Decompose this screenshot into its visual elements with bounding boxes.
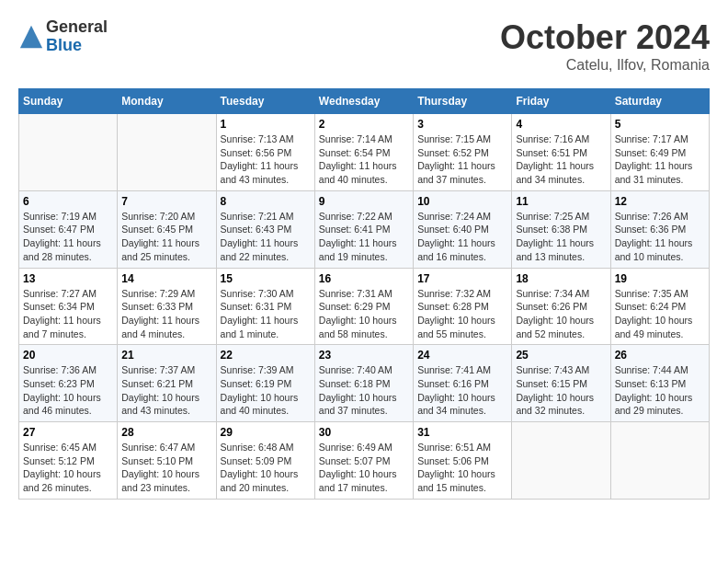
- calendar-cell: 30 Sunrise: 6:49 AM Sunset: 5:07 PM Dayl…: [314, 422, 413, 500]
- day-number: 27: [23, 426, 113, 439]
- day-number: 19: [615, 272, 705, 285]
- calendar-cell: 29 Sunrise: 6:48 AM Sunset: 5:09 PM Dayl…: [216, 422, 314, 500]
- sunrise-text: Sunrise: 7:30 AM: [221, 288, 294, 299]
- daylight-text: Daylight: 11 hours and 22 minutes.: [221, 237, 299, 262]
- day-number: 5: [615, 118, 705, 131]
- calendar-cell: 9 Sunrise: 7:22 AM Sunset: 6:41 PM Dayli…: [314, 190, 413, 268]
- sunrise-text: Sunrise: 7:34 AM: [516, 288, 589, 299]
- sunset-text: Sunset: 5:07 PM: [319, 455, 391, 466]
- daylight-text: Daylight: 10 hours and 17 minutes.: [319, 468, 397, 493]
- calendar-week-row: 13 Sunrise: 7:27 AM Sunset: 6:34 PM Dayl…: [19, 268, 710, 345]
- sunset-text: Sunset: 6:29 PM: [319, 301, 391, 312]
- sunrise-text: Sunrise: 7:14 AM: [319, 133, 392, 144]
- calendar-cell: 20 Sunrise: 7:36 AM Sunset: 6:23 PM Dayl…: [19, 345, 118, 422]
- sunset-text: Sunset: 6:51 PM: [516, 147, 587, 158]
- daylight-text: Daylight: 10 hours and 23 minutes.: [121, 468, 199, 493]
- logo-general-text: General: [46, 18, 108, 37]
- header-day-sunday: Sunday: [19, 89, 118, 114]
- day-content: Sunrise: 7:36 AM Sunset: 6:23 PM Dayligh…: [23, 363, 113, 418]
- calendar-week-row: 1 Sunrise: 7:13 AM Sunset: 6:56 PM Dayli…: [19, 114, 710, 191]
- daylight-text: Daylight: 11 hours and 34 minutes.: [516, 160, 594, 185]
- calendar-cell: 21 Sunrise: 7:37 AM Sunset: 6:21 PM Dayl…: [118, 345, 216, 422]
- sunset-text: Sunset: 6:21 PM: [121, 378, 193, 389]
- sunset-text: Sunset: 6:33 PM: [121, 301, 193, 312]
- sunrise-text: Sunrise: 7:29 AM: [121, 288, 195, 299]
- daylight-text: Daylight: 10 hours and 37 minutes.: [319, 392, 397, 417]
- daylight-text: Daylight: 10 hours and 49 minutes.: [615, 315, 693, 339]
- sunset-text: Sunset: 6:45 PM: [121, 224, 193, 235]
- day-content: Sunrise: 7:16 AM Sunset: 6:51 PM Dayligh…: [516, 132, 606, 187]
- sunrise-text: Sunrise: 7:17 AM: [615, 133, 688, 144]
- day-content: Sunrise: 7:31 AM Sunset: 6:29 PM Dayligh…: [319, 287, 409, 341]
- day-number: 4: [516, 118, 606, 131]
- day-content: Sunrise: 7:25 AM Sunset: 6:38 PM Dayligh…: [516, 210, 606, 264]
- logo: General Blue: [18, 18, 108, 55]
- sunset-text: Sunset: 6:36 PM: [615, 224, 687, 235]
- sunset-text: Sunset: 6:43 PM: [221, 224, 292, 235]
- day-number: 3: [417, 118, 507, 131]
- day-content: Sunrise: 7:29 AM Sunset: 6:33 PM Dayligh…: [121, 287, 211, 341]
- day-content: Sunrise: 7:27 AM Sunset: 6:34 PM Dayligh…: [23, 287, 113, 341]
- sunrise-text: Sunrise: 6:49 AM: [319, 442, 392, 453]
- sunrise-text: Sunrise: 7:44 AM: [615, 364, 688, 375]
- svg-marker-0: [20, 26, 42, 48]
- day-number: 7: [121, 195, 211, 208]
- calendar-cell: 27 Sunrise: 6:45 AM Sunset: 5:12 PM Dayl…: [19, 422, 118, 500]
- day-number: 28: [121, 426, 211, 439]
- sunset-text: Sunset: 5:09 PM: [221, 455, 292, 466]
- day-number: 14: [121, 272, 211, 285]
- day-number: 17: [417, 272, 507, 285]
- sunset-text: Sunset: 6:52 PM: [417, 147, 489, 158]
- logo-icon: [18, 24, 44, 50]
- day-content: Sunrise: 7:13 AM Sunset: 6:56 PM Dayligh…: [221, 132, 311, 187]
- calendar-cell: [118, 114, 216, 191]
- day-number: 9: [319, 195, 409, 208]
- day-content: Sunrise: 7:35 AM Sunset: 6:24 PM Dayligh…: [615, 287, 705, 341]
- day-content: Sunrise: 7:20 AM Sunset: 6:45 PM Dayligh…: [121, 210, 211, 264]
- day-content: Sunrise: 7:17 AM Sunset: 6:49 PM Dayligh…: [615, 132, 705, 187]
- day-content: Sunrise: 6:47 AM Sunset: 5:10 PM Dayligh…: [121, 441, 211, 495]
- day-content: Sunrise: 7:43 AM Sunset: 6:15 PM Dayligh…: [516, 363, 606, 418]
- day-number: 30: [319, 426, 409, 439]
- calendar-cell: 31 Sunrise: 6:51 AM Sunset: 5:06 PM Dayl…: [414, 422, 512, 500]
- day-content: Sunrise: 7:40 AM Sunset: 6:18 PM Dayligh…: [319, 363, 409, 418]
- sunset-text: Sunset: 5:10 PM: [121, 455, 193, 466]
- daylight-text: Daylight: 10 hours and 32 minutes.: [516, 392, 594, 417]
- sunrise-text: Sunrise: 7:32 AM: [417, 288, 491, 299]
- sunset-text: Sunset: 6:41 PM: [319, 224, 391, 235]
- sunset-text: Sunset: 6:56 PM: [221, 147, 292, 158]
- calendar-cell: [19, 114, 118, 191]
- calendar-cell: 6 Sunrise: 7:19 AM Sunset: 6:47 PM Dayli…: [19, 190, 118, 268]
- daylight-text: Daylight: 11 hours and 43 minutes.: [221, 160, 299, 185]
- daylight-text: Daylight: 11 hours and 10 minutes.: [615, 237, 693, 262]
- calendar-cell: 17 Sunrise: 7:32 AM Sunset: 6:28 PM Dayl…: [414, 268, 512, 345]
- day-number: 23: [319, 349, 409, 362]
- daylight-text: Daylight: 11 hours and 16 minutes.: [417, 237, 495, 262]
- calendar-cell: 12 Sunrise: 7:26 AM Sunset: 6:36 PM Dayl…: [610, 190, 709, 268]
- daylight-text: Daylight: 10 hours and 58 minutes.: [319, 315, 397, 339]
- sunset-text: Sunset: 5:06 PM: [417, 455, 489, 466]
- day-content: Sunrise: 7:26 AM Sunset: 6:36 PM Dayligh…: [615, 210, 705, 264]
- daylight-text: Daylight: 10 hours and 26 minutes.: [23, 468, 101, 493]
- day-number: 11: [516, 195, 606, 208]
- sunrise-text: Sunrise: 7:40 AM: [319, 364, 392, 375]
- day-content: Sunrise: 6:49 AM Sunset: 5:07 PM Dayligh…: [319, 441, 409, 495]
- day-content: Sunrise: 7:14 AM Sunset: 6:54 PM Dayligh…: [319, 132, 409, 187]
- sunrise-text: Sunrise: 7:19 AM: [23, 211, 97, 222]
- daylight-text: Daylight: 11 hours and 37 minutes.: [417, 160, 495, 185]
- day-number: 18: [516, 272, 606, 285]
- daylight-text: Daylight: 11 hours and 19 minutes.: [319, 237, 397, 262]
- sunrise-text: Sunrise: 6:48 AM: [221, 442, 294, 453]
- sunrise-text: Sunrise: 6:45 AM: [23, 442, 97, 453]
- sunset-text: Sunset: 6:26 PM: [516, 301, 587, 312]
- day-number: 8: [221, 195, 311, 208]
- sunset-text: Sunset: 6:28 PM: [417, 301, 489, 312]
- day-number: 10: [417, 195, 507, 208]
- sunset-text: Sunset: 6:34 PM: [23, 301, 95, 312]
- daylight-text: Daylight: 11 hours and 4 minutes.: [121, 315, 199, 339]
- day-content: Sunrise: 7:41 AM Sunset: 6:16 PM Dayligh…: [417, 363, 507, 418]
- day-content: Sunrise: 6:48 AM Sunset: 5:09 PM Dayligh…: [221, 441, 311, 495]
- day-number: 24: [417, 349, 507, 362]
- daylight-text: Daylight: 11 hours and 1 minute.: [221, 315, 299, 339]
- header-day-wednesday: Wednesday: [314, 89, 413, 114]
